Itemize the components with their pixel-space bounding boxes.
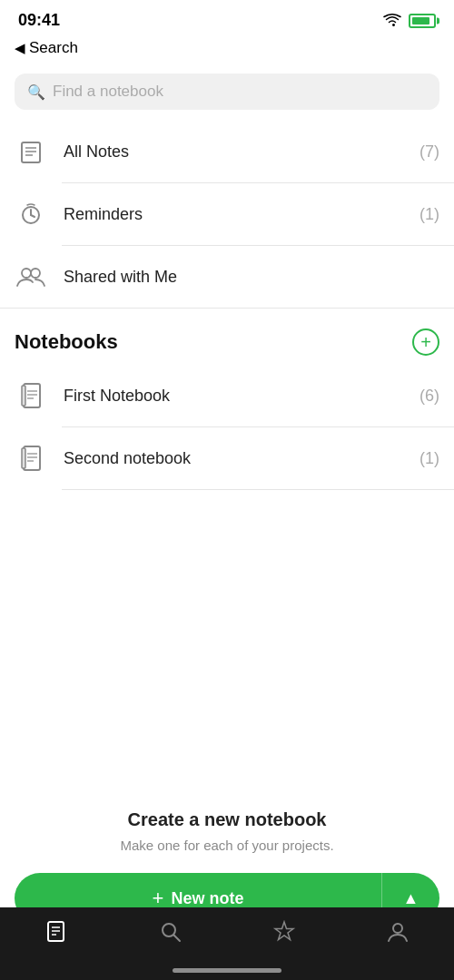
chevron-up-icon: ▲ bbox=[403, 889, 419, 908]
all-notes-label: All Notes bbox=[64, 142, 403, 162]
shared-with-me-label: Shared with Me bbox=[64, 268, 439, 287]
promo-title: Create a new notebook bbox=[18, 809, 436, 830]
notebook-count-1: (1) bbox=[419, 449, 439, 468]
notebook-icon-0 bbox=[15, 379, 47, 412]
divider-5 bbox=[62, 489, 454, 490]
notebook-item-1[interactable]: Second notebook (1) bbox=[0, 427, 454, 489]
back-label[interactable]: Search bbox=[29, 39, 78, 57]
reminders-item[interactable]: Reminders (1) bbox=[0, 183, 454, 245]
svg-rect-0 bbox=[22, 142, 40, 162]
notebook-label-0: First Notebook bbox=[64, 387, 403, 406]
battery-fill bbox=[412, 17, 429, 24]
all-notes-item[interactable]: All Notes (7) bbox=[0, 121, 454, 182]
reminders-label: Reminders bbox=[64, 205, 403, 224]
notebook-icon-1 bbox=[15, 442, 47, 475]
shared-icon bbox=[15, 260, 47, 293]
reminders-count: (1) bbox=[419, 205, 439, 224]
search-icon: 🔍 bbox=[27, 83, 45, 101]
wifi-icon bbox=[383, 14, 401, 27]
nav-bar: ◀ Search bbox=[0, 34, 454, 66]
status-icons bbox=[383, 14, 436, 28]
add-notebook-button[interactable]: + bbox=[412, 328, 439, 356]
svg-rect-10 bbox=[22, 386, 25, 406]
shared-with-me-item[interactable]: Shared with Me bbox=[0, 246, 454, 308]
search-placeholder: Find a notebook bbox=[53, 83, 163, 101]
home-indicator bbox=[173, 968, 281, 973]
svg-rect-15 bbox=[22, 448, 25, 468]
notebook-item-0[interactable]: First Notebook (6) bbox=[0, 365, 454, 426]
tab-account[interactable] bbox=[340, 920, 454, 944]
svg-point-7 bbox=[22, 269, 31, 278]
tab-favorites[interactable] bbox=[227, 920, 340, 944]
star-tab-icon bbox=[272, 920, 296, 944]
tab-notes[interactable] bbox=[0, 920, 114, 944]
reminders-icon bbox=[15, 198, 47, 230]
notes-list-icon bbox=[15, 135, 47, 168]
notebook-count-0: (6) bbox=[419, 387, 439, 406]
status-bar: 09:41 bbox=[0, 0, 454, 34]
svg-line-24 bbox=[173, 936, 180, 942]
search-tab-icon bbox=[159, 920, 183, 944]
back-arrow-icon: ◀ bbox=[15, 40, 25, 56]
battery-icon bbox=[409, 14, 436, 28]
tab-search[interactable] bbox=[114, 920, 227, 944]
search-bar[interactable]: 🔍 Find a notebook bbox=[15, 74, 439, 110]
notebook-label-1: Second notebook bbox=[64, 449, 403, 468]
search-container: 🔍 Find a notebook bbox=[0, 66, 454, 121]
notebooks-title: Notebooks bbox=[15, 330, 118, 354]
status-time: 09:41 bbox=[18, 11, 60, 30]
all-notes-count: (7) bbox=[419, 142, 439, 162]
notebooks-section-header: Notebooks + bbox=[0, 309, 454, 365]
promo-subtitle: Make one for each of your projects. bbox=[18, 838, 436, 853]
svg-point-8 bbox=[31, 269, 40, 278]
svg-point-25 bbox=[393, 924, 402, 933]
person-tab-icon bbox=[386, 920, 410, 944]
notes-tab-icon bbox=[45, 920, 69, 944]
new-note-label: New note bbox=[171, 889, 243, 908]
